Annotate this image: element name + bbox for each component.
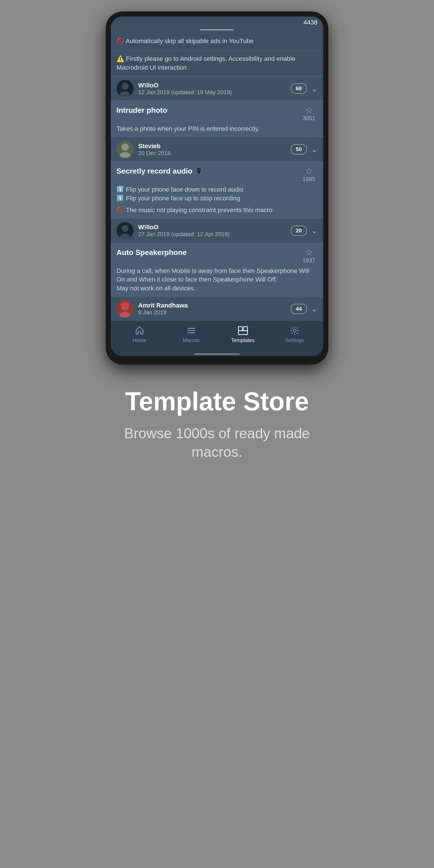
username-wlloo: W!lloO — [138, 82, 286, 89]
template-store-subtitle: Browse 1000s of ready made macros. — [117, 424, 317, 461]
svg-point-4 — [121, 143, 129, 151]
content-area: 🚫 Automatically skip all skipable ads in… — [111, 32, 323, 321]
date-wlloo-2: 27 Jan 2019 (updated: 12 Apr 2019) — [138, 231, 286, 238]
macro-title-audio: Secretly record audio — [117, 167, 192, 176]
macro-card-audio: Secretly record audio 🎙 ☆ 1985 1️⃣ Flip … — [111, 161, 323, 242]
star-container-intruder[interactable]: ☆ 3051 — [300, 106, 317, 122]
nav-item-macros[interactable]: Macros — [174, 326, 209, 343]
star-count-intruder: 3051 — [303, 115, 315, 122]
macro-description-audio: 1️⃣ Flip your phone face down to record … — [111, 185, 323, 218]
below-phone-content: Template Store Browse 1000s of ready mad… — [106, 365, 328, 478]
nav-label-templates: Templates — [231, 338, 254, 343]
comment-bubble-wlloo-2[interactable]: 20 — [291, 225, 307, 236]
skip-ads-banner: 🚫 Automatically skip all skipable ads in… — [111, 32, 323, 51]
macro-description-intruder: Takes a photo when your PIN is entered i… — [111, 124, 323, 137]
user-info-wlloo: W!lloO 12 Jan 2019 (updated: 18 May 2019… — [138, 82, 286, 96]
user-info-wlloo-2: W!lloO 27 Jan 2019 (updated: 12 Apr 2019… — [138, 223, 286, 238]
chevron-amrit[interactable]: ⌄ — [311, 304, 317, 313]
svg-point-12 — [121, 302, 130, 307]
comment-count-stevieb: 50 — [296, 146, 302, 152]
phone-screen: 4438 🚫 Automatically skip all skipable a… — [111, 17, 323, 356]
star-container-audio[interactable]: ☆ 1985 — [300, 167, 317, 182]
settings-icon — [289, 326, 300, 336]
macro-card-header-speakerphone: Auto Speakerphone ☆ 1937 — [111, 243, 323, 267]
svg-rect-16 — [239, 327, 242, 331]
svg-point-7 — [122, 225, 128, 232]
nav-label-home: Home — [132, 338, 146, 343]
nav-item-templates[interactable]: Templates — [226, 326, 260, 343]
chevron-wlloo-2[interactable]: ⌄ — [311, 226, 317, 235]
username-stevieb: Stevieb — [138, 143, 286, 150]
comment-count-wlloo-2: 20 — [296, 227, 302, 234]
star-icon-speakerphone: ☆ — [305, 248, 313, 257]
gesture-bar — [194, 353, 240, 355]
macro-title-intruder: Intruder photo — [117, 106, 300, 115]
warning-banner: ⚠️ Firstly please go to Android settings… — [111, 51, 323, 76]
svg-rect-17 — [244, 327, 248, 331]
nav-item-home[interactable]: Home — [123, 326, 157, 343]
audio-desc-line-2: 1️⃣ Flip your phone face up to stop reco… — [117, 194, 317, 203]
chevron-stevieb[interactable]: ⌄ — [311, 145, 317, 154]
audio-desc-spacer — [117, 203, 317, 206]
comment-count-wlloo: 68 — [296, 85, 302, 92]
macro-card-header-audio: Secretly record audio 🎙 ☆ 1985 — [111, 162, 323, 185]
footer-actions-amrit: 44 ⌄ — [291, 304, 317, 314]
status-time: 4438 — [304, 19, 317, 26]
chevron-wlloo[interactable]: ⌄ — [311, 84, 317, 93]
footer-actions-stevieb: 50 ⌄ — [291, 144, 317, 154]
star-icon-audio: ☆ — [305, 167, 313, 175]
comment-bubble-amrit[interactable]: 44 — [291, 304, 307, 314]
phone-device: 4438 🚫 Automatically skip all skipable a… — [106, 11, 328, 365]
avatar-stevieb — [117, 141, 134, 158]
macro-card-intruder: Intruder photo ☆ 3051 Takes a photo when… — [111, 100, 323, 161]
footer-actions-wlloo-2: 20 ⌄ — [291, 225, 317, 236]
scroll-indicator — [111, 27, 323, 32]
nav-item-settings[interactable]: Settings — [278, 326, 312, 343]
template-store-title: Template Store — [117, 388, 317, 416]
date-amrit: 9 Jan 2019 — [138, 309, 286, 316]
macro-description-speakerphone: During a call, when Mobile is away from … — [111, 267, 323, 297]
username-wlloo-2: W!lloO — [138, 223, 286, 231]
nav-label-macros: Macros — [183, 338, 199, 343]
bottom-nav: Home Macros Templates — [111, 321, 323, 349]
comment-bubble-stevieb[interactable]: 50 — [291, 144, 307, 154]
home-icon — [134, 326, 145, 336]
warning-text: ⚠️ Firstly please go to Android settings… — [117, 55, 295, 71]
macro-card-header-intruder: Intruder photo ☆ 3051 — [111, 101, 323, 124]
macro-footer-speakerphone: Amrit Randhawa 9 Jan 2019 44 ⌄ — [111, 297, 323, 321]
avatar-wlloo-2 — [117, 222, 134, 239]
svg-point-19 — [293, 329, 296, 332]
star-icon-intruder: ☆ — [305, 106, 313, 115]
avatar-wlloo — [117, 80, 134, 97]
star-count-audio: 1985 — [303, 176, 315, 182]
macro-card-wlloo: W!lloO 12 Jan 2019 (updated: 18 May 2019… — [111, 76, 323, 100]
star-container-speakerphone[interactable]: ☆ 1937 — [300, 248, 317, 264]
macro-footer-wlloo: W!lloO 12 Jan 2019 (updated: 18 May 2019… — [111, 76, 323, 100]
avatar-amrit — [117, 300, 134, 317]
status-bar: 4438 — [111, 17, 323, 27]
date-stevieb: 20 Dec 2018 — [138, 150, 286, 156]
user-info-stevieb: Stevieb 20 Dec 2018 — [138, 143, 286, 156]
svg-rect-18 — [239, 331, 248, 335]
macro-title-with-icon-audio: Secretly record audio 🎙 — [117, 167, 203, 176]
macros-icon — [186, 326, 196, 336]
macro-footer-intruder: Stevieb 20 Dec 2018 50 ⌄ — [111, 137, 323, 161]
macro-card-speakerphone: Auto Speakerphone ☆ 1937 During a call, … — [111, 243, 323, 321]
templates-icon — [237, 326, 249, 336]
date-wlloo: 12 Jan 2019 (updated: 18 May 2019) — [138, 89, 286, 96]
audio-desc-line-3: 🚫 The music not playing constraint preve… — [117, 206, 317, 215]
footer-actions-wlloo: 68 ⌄ — [291, 83, 317, 94]
skip-ads-text: 🚫 Automatically skip all skipable ads in… — [117, 37, 253, 44]
comment-bubble-wlloo[interactable]: 68 — [291, 83, 307, 94]
user-info-amrit: Amrit Randhawa 9 Jan 2019 — [138, 302, 286, 316]
nav-label-settings: Settings — [285, 338, 304, 343]
scroll-line — [200, 29, 234, 31]
macro-footer-audio: W!lloO 27 Jan 2019 (updated: 12 Apr 2019… — [111, 219, 323, 243]
username-amrit: Amrit Randhawa — [138, 302, 286, 309]
comment-count-amrit: 44 — [296, 306, 302, 312]
svg-point-1 — [122, 83, 128, 90]
macro-title-speakerphone: Auto Speakerphone — [117, 248, 300, 257]
mic-icon-audio: 🎙 — [195, 167, 203, 176]
audio-desc-line-1: 1️⃣ Flip your phone face down to record … — [117, 185, 317, 194]
star-count-speakerphone: 1937 — [303, 257, 315, 264]
